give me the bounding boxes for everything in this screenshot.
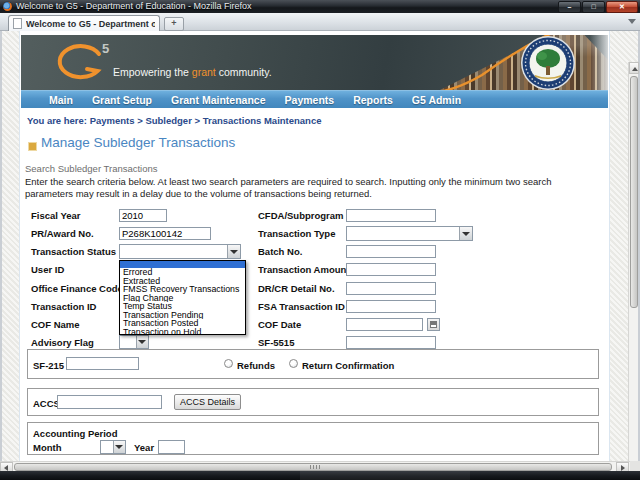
sf-5515-input[interactable] <box>346 336 436 349</box>
label-advisory-flag: Advisory Flag <box>31 337 94 348</box>
label-cof-name: COF Name <box>31 319 80 330</box>
status-option-blank[interactable] <box>120 261 245 268</box>
status-option-errored[interactable]: Errored <box>120 268 245 277</box>
accs-input[interactable] <box>57 395 162 409</box>
page-icon <box>13 18 22 29</box>
label-transaction-status: Transaction Status <box>31 246 116 257</box>
horizontal-scroll-thumb[interactable] <box>14 463 612 471</box>
status-option-extracted[interactable]: Extracted <box>120 277 245 286</box>
nav-grant-maintenance[interactable]: Grant Maintenance <box>171 94 266 106</box>
dropdown-arrow-icon[interactable] <box>459 227 472 240</box>
fsa-transaction-id-input[interactable] <box>346 300 436 313</box>
transaction-status-dropdown: Errored Extracted FMSS Recovery Transact… <box>119 260 246 335</box>
tab-title: Welcome to G5 - Department of Edu... <box>26 19 155 29</box>
calendar-icon[interactable] <box>427 318 440 331</box>
batch-no-input[interactable] <box>346 245 436 258</box>
status-option-transaction-on-hold[interactable]: Transaction on Hold <box>120 328 245 336</box>
label-batch-no: Batch No. <box>258 246 302 257</box>
breadcrumb-link-subledger[interactable]: Subledger <box>145 115 191 126</box>
label-fiscal-year: Fiscal Year <box>31 210 80 221</box>
return-confirmation-radio[interactable] <box>289 359 298 368</box>
pr-award-no-input[interactable] <box>119 227 211 240</box>
label-user-id: User ID <box>31 264 64 275</box>
transaction-status-select[interactable] <box>119 244 241 259</box>
tab-welcome-g5[interactable]: Welcome to G5 - Department of Edu... <box>8 15 160 31</box>
tab-bar: Welcome to G5 - Department of Edu... + <box>0 13 640 31</box>
transaction-status-value <box>121 246 227 257</box>
fiscal-year-input[interactable] <box>119 209 167 222</box>
vertical-scrollbar[interactable] <box>628 62 638 480</box>
list-all-tabs-icon[interactable] <box>628 19 636 24</box>
nav-g5-admin[interactable]: G5 Admin <box>412 94 461 106</box>
label-month: Month <box>33 442 62 453</box>
window-title: Welcome to G5 - Department of Education … <box>16 0 251 13</box>
horizontal-scrollbar[interactable] <box>0 461 640 471</box>
dept-of-education-seal-icon <box>520 35 576 90</box>
breadcrumb-separator: > <box>137 115 143 126</box>
label-sf-5515: SF-5515 <box>258 337 294 348</box>
label-dr-cr-detail-no: DR/CR Detail No. <box>258 283 335 294</box>
nav-main[interactable]: Main <box>49 94 73 106</box>
label-accs: ACCS <box>33 398 60 409</box>
page-title: Manage Subledger Transactions <box>41 135 235 150</box>
nav-grant-setup[interactable]: Grant Setup <box>92 94 152 106</box>
cfda-subprogram-input[interactable] <box>346 209 436 222</box>
label-office-finance-code: Office Finance Code <box>31 283 123 294</box>
window-controls: – □ ✕ <box>558 1 638 13</box>
status-option-flag-change[interactable]: Flag Change <box>120 294 245 303</box>
refunds-radio[interactable] <box>224 359 233 368</box>
status-option-fmss-recovery[interactable]: FMSS Recovery Transactions <box>120 285 245 294</box>
month-select[interactable] <box>100 440 126 454</box>
breadcrumb-separator: > <box>194 115 200 126</box>
minimize-button[interactable]: – <box>558 1 581 13</box>
page-content: 5 Empowering the grant community. Main <box>19 31 610 461</box>
status-option-transaction-pending[interactable]: Transaction Pending <box>120 311 245 320</box>
cof-date-input[interactable] <box>346 318 423 331</box>
search-instructions: Enter the search criteria below. At leas… <box>25 176 599 199</box>
window-titlebar: Welcome to G5 - Department of Education … <box>0 0 640 13</box>
dr-cr-detail-no-input[interactable] <box>346 282 436 295</box>
breadcrumb-prefix: You are here: <box>27 115 87 126</box>
maximize-button[interactable]: □ <box>582 1 605 13</box>
close-button[interactable]: ✕ <box>606 1 638 13</box>
browser-viewport: 5 Empowering the grant community. Main <box>0 31 640 461</box>
taskbar-strip <box>0 471 640 480</box>
g5-logo-icon <box>52 41 104 83</box>
accs-section: ACCS ACCS Details <box>27 388 599 416</box>
dropdown-arrow-icon[interactable] <box>113 441 125 453</box>
transaction-type-select[interactable] <box>346 226 473 241</box>
status-option-transaction-posted[interactable]: Transaction Posted <box>120 319 245 328</box>
status-option-temp-status[interactable]: Temp Status <box>120 302 245 311</box>
breadcrumb-link-transactions-maintenance[interactable]: Transactions Maintenance <box>203 115 322 126</box>
label-cfda-subprogram: CFDA/Subprogram <box>258 210 344 221</box>
scroll-up-button[interactable] <box>629 62 639 74</box>
banner-tagline: Empowering the grant community. <box>113 66 272 78</box>
breadcrumb: You are here: Payments > Subledger > Tra… <box>27 115 321 126</box>
dropdown-arrow-icon[interactable] <box>227 245 240 258</box>
new-tab-button[interactable]: + <box>164 17 184 31</box>
label-pr-award-no: PR/Award No. <box>31 228 94 239</box>
accounting-period-title: Accounting Period <box>33 428 117 439</box>
label-year: Year <box>134 442 154 453</box>
scrollbar-corner <box>630 461 640 471</box>
search-section-label: Search Subledger Transactions <box>25 163 158 174</box>
dropdown-arrow-icon[interactable] <box>136 336 148 348</box>
breadcrumb-link-payments[interactable]: Payments <box>90 115 135 126</box>
year-input[interactable] <box>158 440 185 454</box>
label-fsa-transaction-id: FSA Transaction ID <box>258 301 345 312</box>
g5-logo-sup: 5 <box>102 41 109 56</box>
accounting-period-section: Accounting Period Month Year <box>27 422 599 455</box>
nav-payments[interactable]: Payments <box>285 94 335 106</box>
refunds-radio-label: Refunds <box>237 360 275 371</box>
advisory-flag-select[interactable] <box>119 335 149 349</box>
firefox-icon <box>3 2 12 11</box>
title-bullet-icon <box>28 142 37 151</box>
transaction-amount-input[interactable] <box>346 263 436 276</box>
label-transaction-type: Transaction Type <box>258 228 335 239</box>
vertical-scroll-thumb[interactable] <box>630 76 638 308</box>
nav-reports[interactable]: Reports <box>353 94 393 106</box>
sf-215-input[interactable] <box>66 357 139 370</box>
browser-window: Welcome to G5 - Department of Education … <box>0 0 640 480</box>
accs-details-button[interactable]: ACCS Details <box>174 394 241 410</box>
main-nav: Main Grant Setup Grant Maintenance Payme… <box>21 90 608 108</box>
